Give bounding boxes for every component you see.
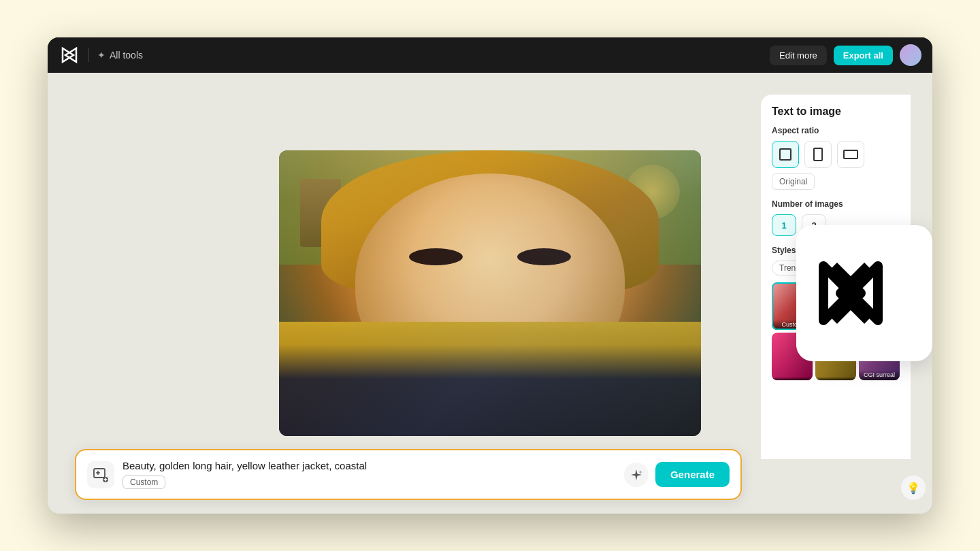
aspect-square-icon <box>779 148 791 161</box>
style-cgi-surreal-label: CGI surreal <box>859 370 900 380</box>
topbar-right: Edit more Export all <box>770 44 921 66</box>
num-images-label: Number of images <box>772 199 900 209</box>
num-1-button[interactable]: 1 <box>772 214 796 236</box>
aspect-landscape-button[interactable] <box>837 141 864 168</box>
main-content: Text to image Aspect ratio Original Numb… <box>48 73 932 514</box>
all-tools-button[interactable]: ✦ All tools <box>97 50 143 61</box>
style-row2b-label <box>815 377 856 380</box>
capcut-watermark <box>796 225 932 361</box>
aspect-ratio-buttons <box>772 141 900 168</box>
hint-button[interactable]: 💡 <box>901 475 926 500</box>
aspect-square-button[interactable] <box>772 141 799 168</box>
panel-title: Text to image <box>772 105 900 118</box>
generate-button[interactable]: Generate <box>655 462 730 487</box>
main-image <box>279 150 701 436</box>
prompt-bar: Beauty, golden long hair, yellow leather… <box>75 449 742 500</box>
prompt-tag[interactable]: Custom <box>122 475 165 489</box>
portrait-overlay <box>279 150 701 436</box>
edit-more-button[interactable]: Edit more <box>770 46 827 65</box>
portrait-background <box>279 150 701 436</box>
prompt-image-button[interactable] <box>87 461 114 488</box>
style-row2a-label <box>772 377 813 380</box>
aspect-landscape-icon <box>843 150 858 159</box>
prompt-bar-wrapper: Beauty, golden long hair, yellow leather… <box>75 449 742 500</box>
aspect-ratio-label: Aspect ratio <box>772 126 900 135</box>
export-all-button[interactable]: Export all <box>834 46 893 65</box>
prompt-right-actions: Generate <box>624 462 730 487</box>
tools-label: All tools <box>110 50 143 61</box>
lightbulb-icon: 💡 <box>906 482 920 495</box>
user-avatar[interactable] <box>900 44 921 66</box>
capcut-logo[interactable] <box>59 44 80 66</box>
topbar-divider <box>88 48 89 62</box>
aspect-portrait-icon <box>813 148 823 161</box>
tools-icon: ✦ <box>97 50 105 61</box>
app-window: ✦ All tools Edit more Export all <box>48 37 932 514</box>
aspect-portrait-button[interactable] <box>804 141 832 168</box>
sparkle-button[interactable] <box>624 463 649 487</box>
original-button[interactable]: Original <box>772 173 815 190</box>
prompt-text-area: Beauty, golden long hair, yellow leather… <box>122 460 616 489</box>
topbar: ✦ All tools Edit more Export all <box>48 37 932 73</box>
prompt-main-text: Beauty, golden long hair, yellow leather… <box>122 460 616 471</box>
